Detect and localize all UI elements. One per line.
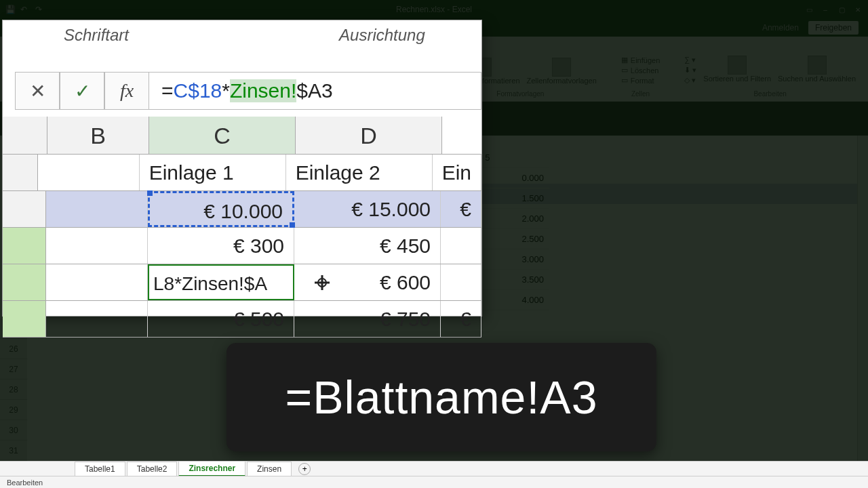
referenced-cell[interactable]: € 10.000 <box>148 191 294 227</box>
sheet-tabs-overlay: Tabelle1 Tabelle2 Zinsrechner Zinsen + <box>0 461 868 476</box>
sheet-tab-tabelle2[interactable]: Tabelle2 <box>127 462 178 476</box>
row-header[interactable] <box>3 228 46 264</box>
col-header-c[interactable]: C <box>149 117 296 154</box>
row-header[interactable] <box>3 301 46 337</box>
row-header[interactable] <box>3 155 38 190</box>
row-header[interactable] <box>3 191 46 227</box>
cell[interactable] <box>441 264 481 300</box>
formula-sheetref: Zinsen! <box>230 79 296 102</box>
cell[interactable]: € <box>441 301 481 337</box>
cell[interactable]: € 500 <box>148 301 294 337</box>
table-row: Einlage 1 Einlage 2 Ein <box>3 155 481 191</box>
formula-bar: ✕ ✓ fx =C$18*Zinsen!$A3 <box>15 72 481 110</box>
col-header-b[interactable]: B <box>47 117 149 154</box>
select-all-corner[interactable] <box>3 117 47 154</box>
mini-col-headers: B C D <box>3 117 481 155</box>
statusbar-overlay: Bearbeiten <box>0 476 868 488</box>
formula-ref2: $A3 <box>296 79 332 102</box>
tutorial-caption: =Blattname!A3 <box>226 343 656 451</box>
formula-eq: = <box>161 79 174 102</box>
table-row: € 10.000 € 15.000 € <box>3 191 481 228</box>
col-header-d[interactable]: D <box>296 117 442 154</box>
editing-cell[interactable]: L8*Zinsen!$A <box>148 264 294 300</box>
table-row: € 300 € 450 <box>3 228 481 264</box>
cell[interactable] <box>441 228 481 264</box>
label-ausrichtung: Ausrichtung <box>339 26 425 45</box>
cell[interactable]: € 15.000 <box>294 191 441 227</box>
cell[interactable]: Einlage 1 <box>140 155 286 190</box>
cell[interactable] <box>46 301 148 337</box>
sheet-tab-tabelle1[interactable]: Tabelle1 <box>75 462 125 476</box>
cell[interactable]: € 300 <box>148 228 294 264</box>
cell[interactable] <box>46 228 148 264</box>
cell[interactable]: € 450 <box>294 228 441 264</box>
status-mode: Bearbeiten <box>7 479 43 487</box>
cell[interactable]: Einlage 2 <box>286 155 433 190</box>
cell[interactable]: € <box>441 191 481 227</box>
table-row: € 500 € 750 € <box>3 301 481 338</box>
formula-ref1: C$18 <box>174 79 222 102</box>
cell[interactable] <box>38 155 140 190</box>
formula-input[interactable]: =C$18*Zinsen!$A3 <box>149 72 481 110</box>
sheet-tab-zinsrechner[interactable]: Zinsrechner <box>178 461 245 476</box>
formula-star: * <box>222 79 230 102</box>
row-header[interactable] <box>3 264 46 300</box>
add-sheet-button[interactable]: + <box>298 463 311 475</box>
caption-text: =Blattname!A3 <box>285 371 598 424</box>
cancel-button[interactable]: ✕ <box>15 72 60 110</box>
cell[interactable] <box>46 264 148 300</box>
zoom-ribbon-labels: Schriftart Ausrichtung <box>64 20 425 45</box>
sheet-tab-zinsen[interactable]: Zinsen <box>247 462 292 476</box>
mini-grid: B C D Einlage 1 Einlage 2 Ein € 10.000 €… <box>3 117 481 316</box>
zoom-panel: Schriftart Ausrichtung ✕ ✓ fx =C$18*Zins… <box>3 20 481 316</box>
cell[interactable] <box>46 191 148 227</box>
fill-handle-cursor-icon <box>315 275 330 290</box>
table-row: L8*Zinsen!$A € 600 <box>3 264 481 301</box>
fx-button[interactable]: fx <box>104 72 149 110</box>
enter-button[interactable]: ✓ <box>60 72 104 110</box>
cell[interactable]: € 750 <box>294 301 441 337</box>
label-schriftart: Schriftart <box>64 26 129 45</box>
cell[interactable]: Ein <box>433 155 481 190</box>
